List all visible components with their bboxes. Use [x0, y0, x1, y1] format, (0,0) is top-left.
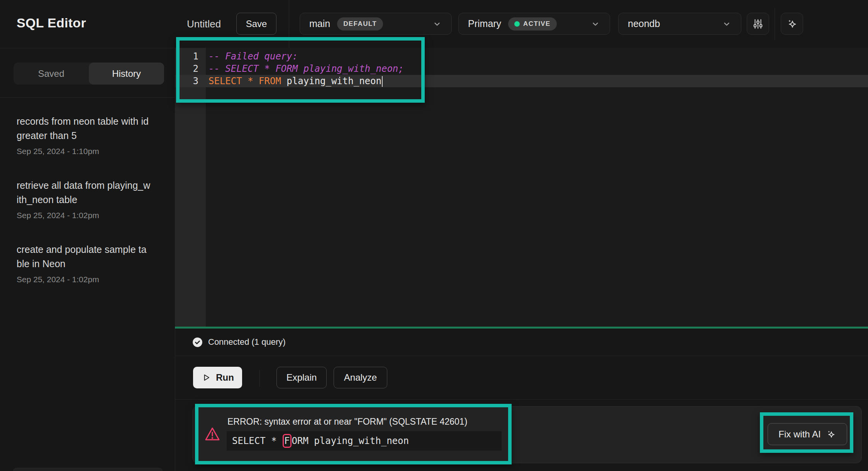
sql-statement: SELECT * FROM playing_with_neon	[206, 76, 383, 87]
run-button[interactable]: Run	[193, 367, 242, 388]
chevron-down-icon	[590, 19, 600, 29]
error-token-highlight: F	[283, 434, 291, 448]
line-number: 1	[175, 51, 206, 62]
history-item-title: records from neon table with id	[17, 114, 156, 129]
connection-status-bar: Connected (1 query)	[175, 329, 868, 356]
history-item[interactable]: create and populate sample ta ble in Neo…	[17, 242, 156, 284]
history-item-timestamp: Sep 25, 2024 - 1:10pm	[17, 147, 156, 156]
warning-icon	[204, 427, 220, 442]
save-button[interactable]: Save	[236, 13, 276, 35]
sidebar-header-divider	[0, 48, 175, 48]
history-item-title: greater than 5	[17, 129, 156, 143]
branch-default-badge: DEFAULT	[337, 17, 383, 30]
history-item[interactable]: retrieve all data from playing_w ith_neo…	[17, 178, 156, 220]
sliders-icon	[752, 18, 764, 30]
query-error-panel: ERROR: syntax error at or near "FORM" (S…	[192, 406, 862, 463]
query-title[interactable]: Untitled	[187, 0, 221, 48]
sql-editor-canvas[interactable]	[175, 48, 868, 327]
chevron-down-icon	[432, 19, 442, 29]
ai-assistant-button[interactable]	[781, 13, 803, 35]
code-line-3-active: 3 SELECT * FROM playing_with_neon	[175, 75, 868, 87]
sparkle-icon	[786, 18, 798, 30]
branch-name: main	[309, 18, 330, 29]
fix-with-ai-button[interactable]: Fix with AI	[768, 423, 847, 445]
query-actions-bar: Run Explain Analyze	[175, 356, 868, 400]
explain-button[interactable]: Explain	[276, 367, 327, 388]
query-settings-button[interactable]	[747, 13, 769, 35]
sql-comment: -- Failed query:	[206, 51, 298, 62]
compute-select[interactable]: Primary ACTIVE	[458, 13, 610, 35]
code-line-2: 2 -- SELECT * FORM playing_with_neon;	[175, 63, 868, 75]
compute-name: Primary	[468, 18, 501, 29]
play-icon	[201, 373, 211, 383]
history-item-timestamp: Sep 25, 2024 - 1:02pm	[17, 275, 156, 284]
tab-history[interactable]: History	[89, 63, 164, 85]
branch-select[interactable]: main DEFAULT	[300, 13, 452, 35]
compute-active-badge: ACTIVE	[508, 17, 557, 30]
actions-divider	[259, 370, 260, 387]
code-line-1: 1 -- Failed query:	[175, 50, 868, 63]
toolbar-divider	[289, 0, 289, 48]
sql-comment: -- SELECT * FORM playing_with_neon;	[206, 63, 404, 74]
line-number: 3	[175, 76, 206, 86]
editor-toolbar: Untitled Save main DEFAULT Primary ACTIV…	[175, 0, 868, 48]
line-number: 2	[175, 63, 206, 74]
toolbar-divider	[775, 8, 775, 40]
history-item-title: retrieve all data from playing_w	[17, 178, 156, 193]
analyze-button[interactable]: Analyze	[334, 367, 387, 388]
saved-history-tabs: Saved History	[14, 63, 164, 85]
sparkle-icon	[826, 429, 836, 440]
history-item-timestamp: Sep 25, 2024 - 1:02pm	[17, 211, 156, 220]
error-message: ERROR: syntax error at or near "FORM" (S…	[227, 417, 467, 427]
line-number-gutter	[175, 48, 206, 327]
connection-status-text: Connected (1 query)	[208, 337, 286, 347]
page-title: SQL Editor	[17, 15, 86, 30]
database-select[interactable]: neondb	[618, 13, 741, 35]
history-item[interactable]: records from neon table with id greater …	[17, 114, 156, 156]
sidebar-tabs-divider	[0, 97, 175, 98]
sidebar: SQL Editor Saved History records from ne…	[0, 0, 175, 471]
text-cursor	[382, 76, 383, 87]
history-list: records from neon table with id greater …	[17, 114, 156, 307]
chevron-down-icon	[722, 19, 732, 29]
code-lines[interactable]: 1 -- Failed query: 2 -- SELECT * FORM pl…	[175, 50, 868, 87]
active-status-dot	[514, 21, 520, 27]
sql-editor-app: SQL Editor Saved History records from ne…	[0, 0, 868, 471]
database-name: neondb	[628, 18, 660, 29]
error-query-snippet: SELECT * FORM playing_with_neon	[227, 431, 502, 451]
history-item-title: ble in Neon	[17, 257, 156, 271]
sidebar-bottom-card[interactable]	[13, 468, 163, 471]
connected-check-icon	[192, 337, 203, 347]
history-item-title: ith_neon table	[17, 193, 156, 207]
history-item-title: create and populate sample ta	[17, 242, 156, 257]
tab-saved[interactable]: Saved	[14, 63, 89, 85]
